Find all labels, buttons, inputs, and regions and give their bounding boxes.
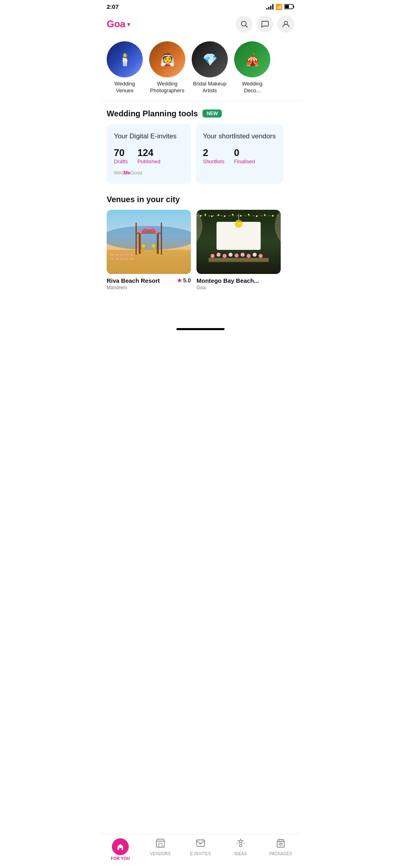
svg-point-21 (139, 230, 142, 233)
venue-location-montego: Goa (196, 285, 281, 290)
svg-rect-18 (130, 258, 133, 260)
e-invites-stats: 70 Drafts 124 Published (114, 147, 184, 164)
shortlisted-card-title: Your shortlisted vendors (203, 132, 276, 141)
venue-img-indoor (196, 210, 281, 274)
svg-point-36 (218, 214, 219, 216)
chevron-down-icon: ▾ (127, 20, 130, 28)
svg-point-52 (241, 253, 245, 257)
location-label: Goa (107, 18, 126, 30)
svg-rect-1 (294, 6, 294, 8)
venue-card-montego[interactable]: Montego Bay Beach... Goa (196, 210, 281, 290)
wifi-icon: 📶 (275, 4, 282, 10)
svg-point-39 (240, 215, 241, 217)
finalised-count: 0 (234, 147, 255, 158)
venue-image-riva (107, 210, 191, 274)
venue-name-row-montego: Montego Bay Beach... (196, 277, 281, 284)
svg-rect-10 (115, 254, 119, 256)
svg-point-40 (248, 214, 249, 215)
svg-point-27 (142, 244, 145, 247)
svg-rect-16 (120, 258, 124, 260)
new-badge: NEW (203, 110, 222, 118)
category-label-photographers: Wedding Photographers (149, 81, 185, 94)
svg-point-44 (235, 220, 243, 228)
published-label: Published (138, 158, 160, 164)
svg-point-53 (247, 254, 251, 258)
svg-rect-19 (139, 234, 141, 254)
svg-point-43 (272, 215, 273, 217)
brand-watermark: WedMeGood (114, 170, 184, 176)
category-item-photographers[interactable]: Wedding Photographers (149, 41, 185, 94)
e-invites-card-title: Your Digital E-invites (114, 132, 184, 141)
finalised-label: Finalised (234, 158, 255, 164)
shortlists-stat: 2 Shortlists (203, 147, 224, 164)
svg-point-34 (205, 214, 206, 215)
venues-section-title: Venues in your city (107, 195, 294, 204)
categories-list: Wedding Venues Wedding Photographers Bri… (100, 41, 277, 94)
venue-location-riva: Mandrem (107, 285, 191, 290)
svg-rect-11 (120, 254, 124, 256)
svg-rect-2 (285, 5, 289, 8)
home-indicator-pill (176, 328, 225, 330)
drafts-count: 70 (114, 147, 128, 158)
search-button[interactable] (236, 16, 253, 32)
svg-rect-8 (107, 250, 191, 274)
category-item-deco[interactable]: Wedding Deco... (234, 41, 270, 94)
categories-section: Wedding Venues Wedding Photographers Bri… (100, 38, 301, 101)
planning-tools-header: Wedding Planning tools NEW (107, 109, 294, 118)
svg-point-47 (211, 254, 215, 258)
drafts-stat: 70 Drafts (114, 147, 128, 164)
svg-point-48 (217, 253, 221, 257)
venue-image-montego (196, 210, 281, 274)
venue-rating-riva: ★ 5.0 (177, 277, 191, 284)
published-count: 124 (138, 147, 160, 158)
svg-point-25 (155, 230, 158, 233)
battery-icon (284, 4, 294, 9)
svg-point-5 (284, 21, 288, 24)
finalised-stat: 0 Finalised (234, 147, 255, 164)
category-circle-venues (107, 41, 143, 77)
profile-button[interactable] (277, 16, 294, 32)
svg-point-49 (223, 254, 227, 258)
header-action-icons (236, 16, 294, 32)
drafts-label: Drafts (114, 158, 128, 164)
messages-button[interactable] (257, 16, 273, 32)
svg-rect-14 (111, 258, 114, 260)
category-item-bridal[interactable]: Bridal Makeup Artists (192, 41, 228, 94)
svg-point-38 (232, 214, 233, 215)
svg-rect-12 (125, 254, 128, 256)
status-bar: 2:07 📶 (100, 0, 301, 12)
svg-point-54 (253, 253, 257, 257)
svg-line-4 (246, 26, 248, 28)
location-selector[interactable]: Goa ▾ (107, 18, 130, 30)
svg-rect-26 (143, 246, 144, 252)
category-item-venues[interactable]: Wedding Venues (107, 41, 143, 94)
venue-card-riva[interactable]: Riva Beach Resort ★ 5.0 Mandrem (107, 210, 191, 290)
published-stat: 124 Published (138, 147, 160, 164)
svg-rect-17 (125, 258, 128, 260)
svg-rect-9 (111, 254, 114, 256)
svg-point-50 (229, 253, 233, 257)
svg-rect-15 (115, 258, 119, 260)
signal-bars-icon (266, 4, 273, 10)
svg-rect-13 (130, 254, 133, 256)
svg-point-41 (256, 215, 257, 217)
svg-rect-28 (153, 246, 154, 252)
svg-point-22 (143, 228, 146, 231)
shortlisted-card[interactable]: Your shortlisted vendors 2 Shortlists 0 … (196, 124, 283, 184)
venues-cards-list: Riva Beach Resort ★ 5.0 Mandrem (107, 210, 294, 290)
planning-cards-list: Your Digital E-invites 70 Drafts 124 Pub… (107, 124, 294, 184)
e-invites-card[interactable]: Your Digital E-invites 70 Drafts 124 Pub… (107, 124, 191, 184)
planning-tools-title: Wedding Planning tools (107, 109, 198, 118)
venues-section: Venues in your city (100, 187, 301, 294)
svg-point-42 (264, 214, 265, 216)
shortlists-label: Shortlists (203, 158, 224, 164)
header: Goa ▾ (100, 12, 301, 38)
venue-name-montego: Montego Bay Beach... (196, 277, 259, 284)
svg-rect-46 (209, 258, 269, 262)
svg-point-23 (147, 227, 150, 230)
shortlisted-stats: 2 Shortlists 0 Finalised (203, 147, 276, 164)
svg-point-37 (224, 215, 225, 217)
category-circle-photographers (149, 41, 185, 77)
svg-point-29 (152, 244, 155, 247)
category-label-venues: Wedding Venues (107, 81, 143, 94)
